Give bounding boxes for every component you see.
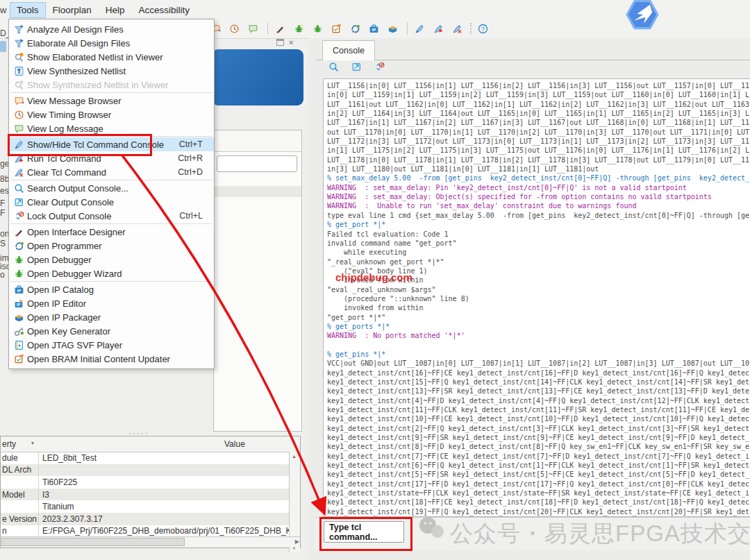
clear-console-icon[interactable] [351, 62, 365, 76]
property-value-cell: Ti60F225 [39, 477, 77, 487]
menubar-clipped-item: w [0, 5, 6, 15]
menubar-item-help[interactable]: Help [99, 2, 132, 18]
tcl-console-icon[interactable] [412, 22, 426, 35]
clipped-text-fragment: S [0, 239, 6, 248]
menu-item-lock-output-console[interactable]: Lock Output ConsoleCtrl+L [9, 209, 214, 223]
tab-console[interactable]: Console [322, 40, 375, 60]
menu-item-shortcut: Ctrl+L [179, 211, 212, 221]
side-panel-row [214, 186, 301, 197]
menu-item-open-interface-designer[interactable]: Open Interface Designer [9, 225, 214, 239]
scroll-right-icon[interactable]: ▶ [295, 538, 299, 545]
menu-item-label: Open Programmer [27, 241, 212, 251]
menu-item-open-programmer[interactable]: Open Programmer [9, 239, 214, 253]
interface-designer-icon[interactable] [273, 22, 287, 35]
clipped-toolbar-icon[interactable] [0, 41, 6, 52]
menu-item-label: Elaborate All Design Files [27, 38, 212, 49]
console-line: % get_ports *|* [327, 322, 750, 331]
menu-item-view-message-browser[interactable]: View Message Browser [9, 94, 214, 108]
console-line: (procedure "::unknown" line 8) [327, 294, 750, 303]
menubar-item-floorplan[interactable]: Floorplan [46, 2, 99, 18]
menubar-item-tools[interactable]: Tools [10, 2, 46, 18]
menu-item-show-elaborated-netlist-in-viewer[interactable]: Show Elaborated Netlist in Viewer [9, 50, 214, 64]
menu-item-label: Open Debugger [27, 255, 212, 265]
menu-item-open-bram-initial-content-updater[interactable]: Open BRAM Initial Content Updater [9, 352, 214, 366]
menu-item-label: Lock Output Console [27, 211, 179, 221]
menu-item-search-output-console[interactable]: Search Output Console... [9, 181, 214, 195]
property-value-cell: E:/FPGA_Prj/Ti60F225_DHB_demoboard/prj/0… [39, 526, 290, 536]
console-line: out LUT__1170|in[0] LUT__1170|in[1] LUT_… [327, 128, 750, 137]
bram-updater-icon [10, 354, 27, 364]
side-panel-filter-input[interactable] [217, 155, 297, 172]
console-line: key1_detect_inst/cnt[4]~FF|D key1_detect… [327, 396, 750, 405]
properties-table-header: erty ▾ Value [1, 436, 300, 452]
svg-text:IP: IP [17, 289, 21, 293]
lock-console-icon[interactable] [374, 62, 388, 76]
console-line: invoked from within [327, 303, 750, 312]
log-message-icon[interactable] [246, 22, 260, 35]
table-horizontal-scrollbar[interactable]: ▶ [1, 536, 300, 548]
property-row[interactable]: e Version2023.2.307.3.17 [1, 513, 290, 525]
console-line: Failed tcl evaluation: Code 1 [327, 230, 750, 239]
console-line: key1_detect_inst/cnt[7]~FF|CE key1_detec… [327, 452, 750, 461]
console-line: WARNING : Unable to run 'set_max_delay' … [327, 201, 750, 210]
property-name-cell: DL Arch [1, 464, 39, 477]
debugger-icon[interactable] [310, 22, 324, 35]
ip-catalog-icon[interactable]: IP [367, 22, 381, 35]
property-row[interactable]: ModelI3 [1, 489, 290, 501]
console-line: WARNING : set_max_delay: Pin 'key2_detec… [327, 183, 750, 192]
scrollbar-thumb[interactable] [1, 538, 185, 546]
menu-item-elaborate-all-design-files[interactable]: Elaborate All Design Files [9, 36, 214, 50]
console-line: LUT__1161|out LUT__1162|in[0] LUT__1162|… [327, 100, 750, 109]
property-row[interactable]: Ti60F225 [1, 476, 290, 489]
clear-tcl-icon[interactable] [450, 22, 464, 35]
console-output[interactable]: LUT__1156|in[0] LUT__1156|in[1] LUT__115… [323, 78, 750, 517]
timing-browser-icon[interactable] [227, 22, 241, 35]
sort-arrow-icon[interactable]: ▾ [31, 440, 34, 446]
ip-packager-icon[interactable] [385, 22, 399, 35]
menu-item-open-debugger[interactable]: Open Debugger [9, 253, 214, 266]
menu-item-view-synthesized-netlist[interactable]: View Synthesized Netlist [9, 64, 214, 78]
property-row[interactable]: DL Arch [1, 464, 290, 477]
menu-item-open-jtag-svf-player[interactable]: Open JTAG SVF Player [9, 338, 214, 352]
console-tab-label: Console [333, 46, 365, 56]
property-name-cell [1, 476, 39, 489]
menu-item-open-key-generator[interactable]: Open Key Generator [9, 324, 214, 338]
analyze-icon [10, 24, 27, 35]
property-name-cell: n [1, 525, 39, 538]
help-icon[interactable]: ? [476, 22, 490, 35]
menu-item-label: Open Debugger Wizard [27, 269, 212, 279]
menu-item-open-ip-catalog[interactable]: IPOpen IP Catalog [9, 282, 214, 296]
svg-text:IP: IP [372, 28, 376, 32]
search-icon[interactable] [328, 62, 342, 76]
console-line: WARNING : set_max_delay: Object(s) speci… [327, 192, 750, 201]
menu-item-clear-tcl-command[interactable]: Clear Tcl CommandCtrl+D [9, 165, 214, 179]
menubar-item-accessibility[interactable]: Accessibility [132, 2, 197, 18]
menu-item-label: View Timing Browser [27, 110, 212, 120]
toolbar-grip [470, 23, 474, 34]
log-message-icon [10, 124, 27, 134]
property-column-header[interactable]: erty [2, 439, 16, 449]
wechat-icon [417, 515, 446, 545]
value-column-header[interactable]: Value [224, 439, 245, 449]
debugger-wizard-icon[interactable] [292, 22, 306, 35]
menu-item-clear-output-console[interactable]: Clear Output Console [9, 195, 214, 209]
panel-close-icon[interactable]: × [289, 39, 293, 46]
run-tcl-icon[interactable] [431, 22, 445, 35]
property-row[interactable]: duleLED_8bit_Test [1, 452, 290, 464]
menu-item-view-timing-browser[interactable]: View Timing Browser [9, 108, 214, 121]
property-row[interactable]: Titanium [1, 500, 290, 513]
programmer-icon[interactable] [348, 22, 362, 35]
property-row[interactable]: nE:/FPGA_Prj/Ti60F225_DHB_demoboard/prj/… [1, 525, 290, 538]
efinity-main-window: × w ToolsFloorplanHelpAccessibility IP? … [0, 0, 750, 560]
menu-item-open-ip-packager[interactable]: Open IP Packager [9, 310, 214, 324]
menu-item-analyze-all-design-files[interactable]: Analyze All Design Files [9, 22, 214, 36]
console-line: type eval line 1 cmd {set_max_delay 5.00… [327, 211, 750, 220]
scroll-up-icon[interactable]: ▲ [292, 454, 297, 459]
console-line: key1_detect_inst/cnt[6]~FF|Q key1_detect… [327, 461, 750, 470]
menu-item-view-log-message[interactable]: View Log Message [9, 121, 214, 135]
menu-item-label: Open BRAM Initial Content Updater [27, 354, 212, 364]
menu-item-open-debugger-wizard[interactable]: Open Debugger Wizard [9, 266, 214, 280]
bram-updater-icon[interactable] [329, 22, 343, 35]
panel-float-icon[interactable] [276, 39, 284, 46]
menu-item-open-ip-editor[interactable]: IPOpen IP Editor [9, 296, 214, 310]
